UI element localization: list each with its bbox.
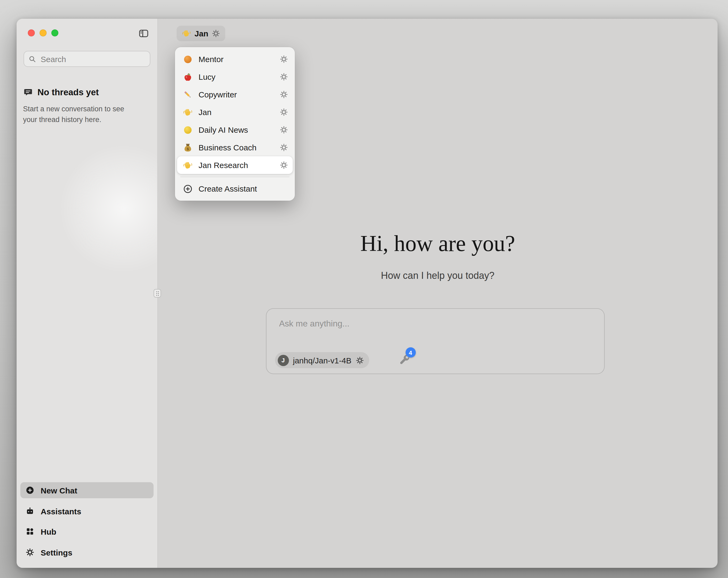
sidebar-item-hub[interactable]: Hub bbox=[20, 523, 154, 539]
gear-icon[interactable] bbox=[280, 91, 288, 99]
gear-icon[interactable] bbox=[356, 356, 364, 364]
assistant-menu-item-business-coach[interactable]: Business Coach bbox=[177, 139, 293, 156]
sidebar-item-label: Assistants bbox=[41, 507, 81, 516]
assistant-menu-item-lucy[interactable]: Lucy bbox=[177, 68, 293, 85]
minimize-window-button[interactable] bbox=[40, 29, 47, 36]
assistant-menu-item-label: Jan Research bbox=[199, 160, 274, 170]
money-bag-icon bbox=[183, 143, 192, 152]
message-input[interactable] bbox=[278, 319, 580, 329]
assistant-menu-item-label: Daily AI News bbox=[199, 125, 274, 134]
waving-hand-icon bbox=[183, 107, 192, 117]
sidebar-toggle-icon[interactable] bbox=[138, 28, 149, 39]
empty-threads-title: No threads yet bbox=[24, 87, 99, 97]
assistants-icon bbox=[26, 507, 34, 516]
menu-divider bbox=[180, 177, 289, 177]
tools-count-badge: 4 bbox=[405, 347, 416, 357]
app-window: No threads yet Start a new conversation … bbox=[17, 19, 718, 568]
create-assistant-label: Create Assistant bbox=[199, 184, 288, 193]
red-apple-icon bbox=[183, 72, 192, 82]
sidebar-item-assistants[interactable]: Assistants bbox=[20, 503, 154, 519]
model-avatar: J bbox=[278, 355, 289, 366]
sidebar-resize-handle[interactable] bbox=[154, 289, 161, 298]
sidebar-item-label: New Chat bbox=[41, 486, 77, 495]
main-content: Jan Mentor Lucy Copywriter bbox=[158, 19, 718, 568]
assistant-menu-item-label: Lucy bbox=[199, 72, 274, 81]
assistant-selector-button[interactable]: Jan bbox=[176, 26, 226, 41]
assistant-menu-item-label: Jan bbox=[199, 107, 274, 117]
gear-icon[interactable] bbox=[212, 29, 220, 37]
gear-icon[interactable] bbox=[280, 144, 288, 151]
empty-threads-line2: your thread history here. bbox=[23, 115, 146, 125]
assistant-menu-item-copywriter[interactable]: Copywriter bbox=[177, 85, 293, 103]
create-assistant-button[interactable]: Create Assistant bbox=[177, 180, 293, 198]
greeting-subtitle: How can I help you today? bbox=[158, 270, 718, 281]
plus-circle-icon bbox=[26, 486, 34, 495]
gear-icon[interactable] bbox=[280, 108, 288, 116]
sidebar: No threads yet Start a new conversation … bbox=[17, 19, 158, 568]
composer-card: J janhq/Jan-v1-4B 4 bbox=[266, 308, 604, 374]
chat-bubble-icon bbox=[24, 88, 33, 97]
search-input[interactable] bbox=[40, 54, 146, 64]
sidebar-item-label: Hub bbox=[41, 527, 56, 536]
drag-dots-icon bbox=[155, 290, 159, 296]
empty-threads-subtext: Start a new conversation to see your thr… bbox=[23, 104, 146, 125]
waving-hand-icon bbox=[182, 29, 191, 38]
model-selector-button[interactable]: J janhq/Jan-v1-4B bbox=[275, 352, 369, 368]
search-field[interactable] bbox=[24, 51, 150, 67]
assistant-menu: Mentor Lucy Copywriter Jan bbox=[175, 47, 295, 201]
yellow-circle-icon bbox=[183, 125, 192, 134]
assistant-menu-item-label: Copywriter bbox=[199, 90, 274, 99]
empty-threads-title-text: No threads yet bbox=[37, 87, 99, 97]
gear-icon[interactable] bbox=[280, 55, 288, 63]
assistant-menu-item-jan[interactable]: Jan bbox=[177, 103, 293, 121]
window-controls bbox=[28, 29, 58, 36]
sidebar-item-new-chat[interactable]: New Chat bbox=[20, 482, 154, 498]
search-icon bbox=[28, 55, 36, 63]
pencil-icon bbox=[183, 90, 192, 99]
assistant-menu-item-label: Mentor bbox=[199, 55, 274, 64]
hub-grid-icon bbox=[26, 527, 34, 536]
close-window-button[interactable] bbox=[28, 29, 35, 36]
assistant-menu-item-mentor[interactable]: Mentor bbox=[177, 50, 293, 68]
sidebar-item-settings[interactable]: Settings bbox=[20, 544, 154, 560]
gear-icon bbox=[26, 548, 34, 557]
empty-threads-line1: Start a new conversation to see bbox=[23, 104, 146, 115]
sidebar-item-label: Settings bbox=[41, 548, 72, 557]
plus-outline-icon bbox=[183, 184, 192, 194]
assistant-menu-item-label: Business Coach bbox=[199, 143, 274, 152]
waving-hand-icon bbox=[183, 160, 192, 170]
assistant-selector-label: Jan bbox=[194, 29, 208, 38]
assistant-menu-item-jan-research[interactable]: Jan Research bbox=[177, 156, 293, 174]
gear-icon[interactable] bbox=[280, 161, 288, 169]
model-name: janhq/Jan-v1-4B bbox=[293, 356, 351, 365]
desktop: No threads yet Start a new conversation … bbox=[0, 0, 728, 578]
orange-circle-icon bbox=[183, 54, 192, 64]
gear-icon[interactable] bbox=[280, 73, 288, 81]
gear-icon[interactable] bbox=[280, 126, 288, 134]
zoom-window-button[interactable] bbox=[51, 29, 58, 36]
greeting-title: Hi, how are you? bbox=[158, 231, 718, 256]
assistant-menu-item-daily-ai-news[interactable]: Daily AI News bbox=[177, 121, 293, 139]
